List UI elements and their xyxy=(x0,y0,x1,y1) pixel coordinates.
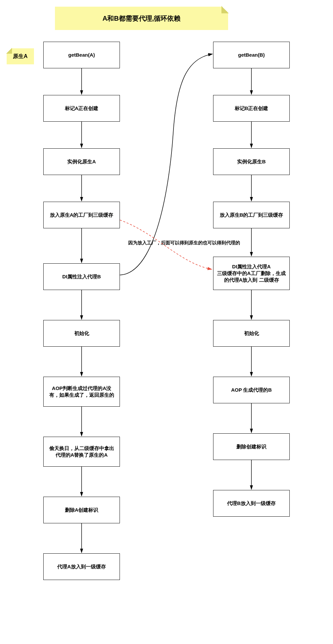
box-label: 初始化 xyxy=(74,330,89,337)
box-label: AOP 生成代理的B xyxy=(231,387,272,393)
box-label: 删除A创建标识 xyxy=(65,507,99,513)
box-b-getbean: getBean(B) xyxy=(213,42,290,68)
box-label: 偷天换日，从二级缓存中拿出代理的A替换了原生的A xyxy=(47,445,116,459)
box-label: 标记A正在创建 xyxy=(65,105,99,112)
box-label: 代理A放入到一级缓存 xyxy=(57,563,106,570)
box-a-put-factory-l3: 放入原生A的工厂到三级缓存 xyxy=(43,202,120,228)
box-label: 放入原生A的工厂到三级缓存 xyxy=(50,212,114,218)
box-b-init: 初始化 xyxy=(213,320,290,347)
box-label: getBean(A) xyxy=(68,52,95,58)
box-label: 删除创建标识 xyxy=(236,443,266,450)
box-label: 实例化原生B xyxy=(237,158,266,165)
box-a-put-l1: 代理A放入到一级缓存 xyxy=(43,553,120,580)
box-label: getBean(B) xyxy=(238,52,265,58)
box-label: 初始化 xyxy=(244,330,259,337)
box-b-di-proxy-a: DI属性注入代理A 三级缓存中的A工厂删除，生成的代理A放入到 二级缓存 xyxy=(213,257,290,290)
box-label: DI属性注入代理A 三级缓存中的A工厂删除，生成的代理A放入到 二级缓存 xyxy=(217,263,286,284)
box-b-mark-creating: 标记B正在创建 xyxy=(213,95,290,122)
box-b-instantiate: 实例化原生B xyxy=(213,148,290,175)
box-a-init: 初始化 xyxy=(43,320,120,347)
box-b-aop-gen: AOP 生成代理的B xyxy=(213,377,290,403)
note-text: 原生A xyxy=(13,53,28,60)
title-text: A和B都需要代理,循环依赖 xyxy=(103,14,180,23)
edge-annotation: 因为放入工厂，后面可以得到原生的也可以得到代理的 xyxy=(128,240,240,246)
box-a-getbean: getBean(A) xyxy=(43,42,120,68)
box-a-swap-l2: 偷天换日，从二级缓存中拿出代理的A替换了原生的A xyxy=(43,437,120,467)
box-label: AOP判断生成过代理的A没有，如果生成了，返回原生的 xyxy=(47,385,116,399)
box-label: DI属性注入代理B xyxy=(62,273,101,280)
note-sticky: 原生A xyxy=(7,48,34,64)
box-a-remove-flag: 删除A创建标识 xyxy=(43,497,120,523)
box-label: 放入原生B的工厂到三级缓存 xyxy=(220,212,283,218)
box-label: 实例化原生A xyxy=(67,158,96,165)
box-b-put-factory-l3: 放入原生B的工厂到三级缓存 xyxy=(213,202,290,228)
box-label: 标记B正在创建 xyxy=(235,105,268,112)
box-a-mark-creating: 标记A正在创建 xyxy=(43,95,120,122)
box-b-put-l1: 代理B放入到一级缓存 xyxy=(213,490,290,517)
box-b-remove-flag: 删除创建标识 xyxy=(213,433,290,460)
box-label: 代理B放入到一级缓存 xyxy=(227,500,276,507)
box-a-aop-check: AOP判断生成过代理的A没有，如果生成了，返回原生的 xyxy=(43,377,120,407)
box-a-di-proxy-b: DI属性注入代理B xyxy=(43,263,120,290)
box-a-instantiate: 实例化原生A xyxy=(43,148,120,175)
title-sticky: A和B都需要代理,循环依赖 xyxy=(55,7,228,30)
edge-annotation-text: 因为放入工厂，后面可以得到原生的也可以得到代理的 xyxy=(128,240,240,245)
